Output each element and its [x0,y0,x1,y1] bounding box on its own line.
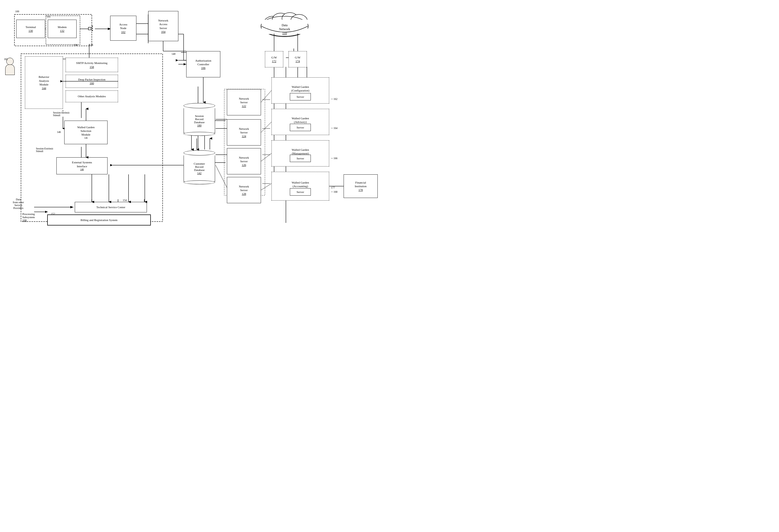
terminal-num: 130 [28,29,33,32]
label-164: ─ 164 [331,127,338,130]
svg-line-71 [261,122,272,132]
gw174-num: 174 [296,59,300,63]
financial-institution-num: 178 [359,188,363,192]
gw174-box: G/W 174 [289,51,307,67]
wg-management-label: Walled Garden (Management) [292,148,309,155]
svg-point-6 [92,26,93,27]
wg-selection-label: Walled Garden Selection Module [77,125,95,137]
data-from-providers-label: Datafrom otherServiceProviders [4,198,33,209]
smtp-monitoring-box: SMTP Activity Monitoring 158 [66,58,118,72]
server162-box: Server [290,93,311,101]
billing-label: Billing and Registration System [80,218,118,222]
ns128-label: Network Server [239,185,249,192]
wg-accounting-label: Walled Garden (Accounting) [292,181,309,188]
label-162: ─ 162 [331,97,338,101]
wg-accounting-outer: Walled Garden (Accounting) 118 [272,172,329,201]
wg-advisory-outer: Walled Garden (Advisory) 114 [272,109,329,135]
auth-controller-box: Authorization Controller 106 [186,51,220,77]
label-100: 100 [15,10,19,13]
wg-config-label: Walled Garden (Configuration) [291,85,309,92]
label-152: 152 [51,212,55,215]
terminal-box: Terminal 130 [16,20,45,38]
session-intrinsic-label: Session-IntrinsicStimuli [52,112,70,117]
terminal-label: Terminal [25,25,36,29]
deep-packet-box: Deep Packet Inspection 160 [66,75,118,88]
behavior-analysis-box: Behavior Analysis Module 144 [25,56,63,109]
network-access-server-box: Network Access Server 104 [148,11,178,41]
server164-label: Server [297,126,304,129]
label-138: 138 [89,44,93,47]
wg-advisory-label: Walled Garden (Advisory) [292,116,309,124]
behavior-analysis-label: Behavior Analysis Module [39,75,49,86]
ns126-box: Network Server 126 [227,148,261,174]
ns122-box: Network Server 122 [227,89,261,115]
gw172-box: G/W 172 [265,51,283,67]
session-extrinsic-label: Session-ExtrinsicStimuli [36,147,54,153]
billing-box: Billing and Registration System [47,214,151,225]
access-node-box: Access Node 102 [110,16,136,41]
wg-selection-num-label: 146 [84,137,88,140]
nas-num: 104 [161,30,166,34]
other-analysis-box: Other Analysis Modules [66,90,118,102]
label-177: 177 [331,186,335,189]
ns126-label: Network Server [239,156,249,163]
svg-text:Data: Data [282,23,288,27]
ns124-label: Network Server [239,127,249,135]
access-node-label: Access Node [119,22,127,30]
walled-garden-selection-box: Walled Garden Selection Module 146 [64,121,108,144]
ns124-box: Network Server 124 [227,119,261,145]
deep-packet-num: 160 [90,81,94,85]
server164-box: Server [290,124,311,131]
access-node-num: 102 [121,30,126,34]
ns128-box: Network Server 128 [227,177,261,203]
server162-label: Server [297,95,304,98]
modem-label: Modem [58,25,67,29]
financial-institution-label: Financial Institution [355,181,366,188]
technical-service-box: Technical Service Center [75,202,147,212]
svg-line-72 [261,153,272,161]
external-systems-box: External Systems Interface 148 [56,157,108,174]
gw172-label: G/W [271,56,277,59]
ns126-num: 126 [242,163,246,167]
financial-institution-box: Financial Institution 178 [344,174,378,198]
processing-subsystem-label: Processing Subsystem 108 [22,212,35,222]
network-diagram: 100 101 134 138 140 170 Terminal 130 Mod… [0,0,390,266]
gw174-label: G/W [295,56,300,59]
customer-record-db-label: Customer Record Database 142 [194,162,205,175]
behavior-analysis-num: 144 [42,86,46,90]
smtp-num: 158 [90,65,94,69]
data-network-cloud: Data Network 110 [258,7,311,38]
gw172-num: 172 [272,59,277,63]
svg-line-69 [216,165,227,188]
ns122-num: 122 [242,104,246,108]
server166-label: Server [297,156,304,160]
label-140: 140 [172,53,175,55]
deep-packet-label: Deep Packet Inspection [78,78,106,81]
svg-line-70 [261,90,272,102]
svg-rect-5 [88,27,91,30]
ns124-num: 124 [242,134,246,138]
label-182: 182 [4,58,8,61]
person-body [5,65,15,75]
auth-controller-label: Authorization Controller [195,59,211,66]
server166-box: Server [290,155,311,162]
session-record-db-label: Session Record Database 180 [194,114,204,127]
label-168: ─ 168 [331,190,338,193]
label-134: 134 [73,44,77,47]
ns122-label: Network Server [239,97,249,104]
label-101: 101 [47,15,51,18]
svg-point-8 [92,30,93,31]
server168-box: Server [290,188,311,196]
label-154: 154 [123,199,127,202]
svg-text:Network: Network [279,27,290,31]
server168-label: Server [297,190,304,194]
smtp-label: SMTP Activity Monitoring [76,61,107,65]
ns128-num: 128 [242,192,246,196]
svg-text:110: 110 [282,31,287,35]
label-166: ─ 166 [331,157,338,160]
svg-point-7 [92,28,93,29]
nas-label: Network Access Server [158,19,168,30]
external-systems-label: External Systems Interface [72,160,92,168]
wg-management-outer: Walled Garden (Management) 116 [272,140,329,167]
modem-box: Modem 132 [48,20,76,38]
